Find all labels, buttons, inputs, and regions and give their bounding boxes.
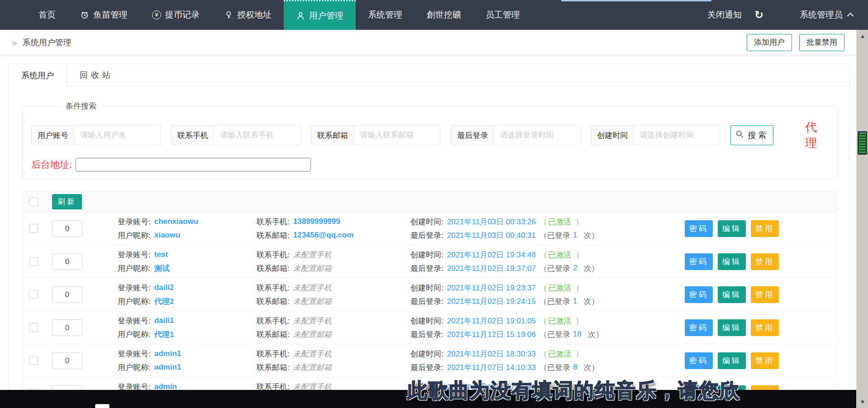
email-input[interactable] — [354, 126, 440, 145]
nav-item-system-management[interactable]: 系统管理 — [356, 0, 415, 30]
password-button[interactable]: 密码 — [685, 352, 713, 369]
batch-disable-button[interactable]: 批量禁用 — [799, 34, 844, 51]
search-button[interactable]: 搜索 — [730, 125, 773, 145]
refresh-icon[interactable]: ↻ — [754, 9, 763, 21]
login-count-value: 18 — [573, 330, 582, 339]
phone-value: 未配置手机 — [293, 250, 332, 260]
tab-system-users[interactable]: 系统用户 — [9, 64, 67, 87]
admin-dropdown[interactable]: 系统管理员 — [800, 9, 853, 21]
scroll-up-icon[interactable]: ▲ — [857, 33, 868, 39]
edit-button[interactable]: 编辑 — [718, 220, 746, 237]
last-login-label: 最后登录: — [410, 263, 444, 274]
row-checkbox[interactable] — [29, 290, 38, 299]
nav-item-authorized-address[interactable]: 授权地址 — [212, 0, 284, 30]
disable-button[interactable]: 禁用 — [751, 253, 779, 270]
backend-address-label: 后台地址: — [31, 158, 72, 171]
tab-recycle-bin[interactable]: 回收站 — [67, 64, 126, 86]
agent-label: 代理 — [805, 119, 829, 151]
search-group-phone: 联系手机 — [171, 125, 301, 145]
email-line: 联系邮箱: 未配置邮箱 — [257, 261, 332, 275]
password-button[interactable]: 密码 — [685, 220, 713, 237]
nickname-line: 用户昵称: xiaowu — [118, 228, 198, 242]
add-user-button[interactable]: 添加用户 — [747, 34, 792, 51]
dates-column: 创建时间: 2021年11月03日 00:33:26 （ 已激活 ） 最后登录:… — [410, 215, 599, 242]
row-checkbox[interactable] — [29, 356, 38, 365]
created-label: 创建时间: — [410, 250, 444, 260]
disable-button[interactable]: 禁用 — [751, 220, 779, 237]
created-value: 2021年11月02日 19:01:05 — [447, 316, 536, 326]
dates-column: 创建时间: 2021年11月02日 19:23:37 （ 已激活 ） 最后登录:… — [410, 281, 599, 308]
nav-item-genesis-mining[interactable]: 創世挖礦 — [415, 0, 473, 30]
email-value: 未配置邮箱 — [293, 263, 332, 274]
select-all-checkbox[interactable] — [29, 197, 38, 206]
close-notice-button[interactable]: 关闭通知 — [707, 9, 742, 21]
contact-column: 联系手机: 未配置手机 联系邮箱: 未配置邮箱 — [257, 281, 332, 308]
account-input[interactable] — [75, 126, 161, 145]
last-login-line: 最后登录: 2021年11月02日 19:24:15 （已登录 1 次） — [410, 294, 599, 308]
row-checkbox[interactable] — [29, 257, 38, 266]
phone-value: 未配置手机 — [293, 382, 332, 390]
password-button[interactable]: 密码 — [685, 253, 713, 270]
row-amount-input[interactable] — [52, 352, 82, 369]
main-page: » 系统用户管理 添加用户 批量禁用 系统用户 回收站 条件搜索 用户账号 联系… — [0, 30, 856, 390]
status-paren-close: ） — [576, 217, 583, 227]
backend-address-row: 后台地址: — [31, 158, 829, 171]
scroll-down-icon[interactable]: ▼ — [857, 399, 868, 405]
account-value: admin — [154, 382, 177, 390]
last-login-input[interactable] — [494, 126, 580, 145]
account-label: 登录账号: — [118, 283, 151, 293]
created-line: 创建时间: 2021年11月02日 19:01:05 （ 已激活 ） — [410, 314, 603, 327]
password-button[interactable]: 密码 — [685, 286, 713, 303]
nav-item-staff-management[interactable]: 员工管理 — [473, 0, 532, 30]
account-line: 登录账号: admin1 — [118, 347, 181, 361]
nickname-line: 用户昵称: 测试 — [118, 261, 170, 275]
account-label: 登录账号: — [118, 250, 151, 260]
vertical-scrollbar[interactable]: ▲ ▼ — [856, 30, 868, 408]
account-column: 登录账号: chenxiaowu 用户昵称: xiaowu — [118, 215, 198, 242]
edit-button[interactable]: 编辑 — [718, 253, 746, 270]
backend-address-input[interactable] — [76, 158, 311, 171]
nav-item-label: 员工管理 — [486, 9, 520, 21]
admin-name: 系统管理员 — [800, 9, 843, 21]
status-paren-open: （ — [539, 316, 547, 326]
clock-icon — [80, 10, 89, 19]
account-label: 登录账号: — [118, 349, 151, 359]
nav-item-label: 用户管理 — [309, 10, 343, 22]
row-amount-input[interactable] — [52, 253, 82, 270]
disable-button[interactable]: 禁用 — [751, 319, 779, 336]
edit-button[interactable]: 编辑 — [718, 319, 746, 336]
nickname-label: 用户昵称: — [118, 296, 151, 307]
disable-button[interactable]: 禁用 — [751, 385, 779, 390]
disable-button[interactable]: 禁用 — [751, 352, 779, 369]
refresh-button[interactable]: 刷新 — [52, 194, 82, 209]
password-button[interactable]: 密码 — [685, 319, 713, 336]
created-input[interactable] — [634, 126, 720, 145]
row-amount-input[interactable] — [52, 286, 82, 303]
account-value: daili1 — [154, 316, 174, 325]
edit-button[interactable]: 编辑 — [718, 352, 746, 369]
edit-button[interactable]: 编辑 — [718, 286, 746, 303]
row-amount-input[interactable] — [52, 319, 82, 336]
status-paren-open: （ — [539, 217, 547, 227]
nav-item-fry-management[interactable]: 鱼苗管理 — [68, 0, 140, 30]
nav-item-home[interactable]: 首页 — [26, 0, 68, 30]
nickname-label: 用户昵称: — [118, 230, 151, 241]
phone-line: 联系手机: 未配置手机 — [257, 314, 332, 327]
nav-item-user-management[interactable]: 用户管理 — [284, 0, 356, 30]
breadcrumb-actions: 添加用户 批量禁用 — [747, 34, 844, 51]
row-amount-input[interactable] — [52, 220, 82, 237]
row-checkbox[interactable] — [29, 224, 38, 233]
status-paren-close: ） — [576, 283, 583, 293]
phone-input[interactable] — [215, 126, 300, 145]
top-nav: 首页 鱼苗管理 ¥ 提币记录 授权地址 — [0, 0, 868, 30]
disable-button[interactable]: 禁用 — [751, 286, 779, 303]
nav-item-label: 系统管理 — [368, 9, 402, 21]
account-label: 登录账号: — [118, 316, 151, 326]
last-login-value: 2021年11月03日 00:40:31 — [447, 230, 536, 241]
nav-item-withdraw-records[interactable]: ¥ 提币记录 — [140, 0, 212, 30]
scrollbar-thumb[interactable] — [858, 131, 867, 155]
row-checkbox[interactable] — [29, 323, 38, 332]
created-value: 2021年11月02日 19:34:48 — [447, 250, 536, 260]
created-line: 创建时间: 2021年11月02日 18:30:33 （ 已激活 ） — [410, 347, 599, 361]
row-amount-input[interactable] — [52, 385, 82, 390]
